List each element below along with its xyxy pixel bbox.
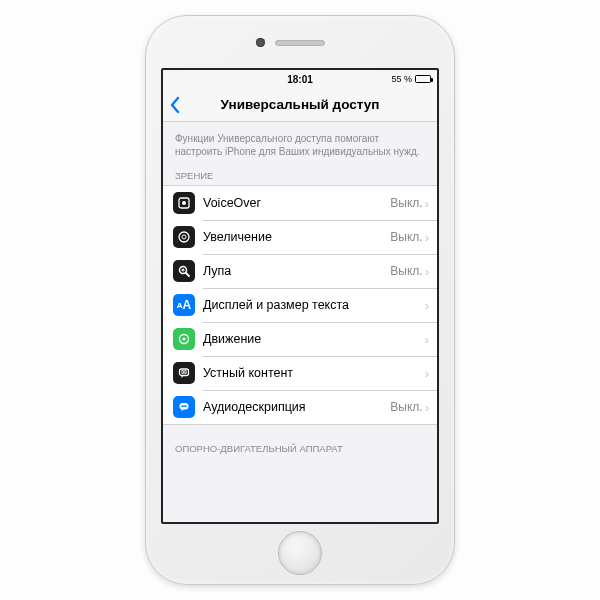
chevron-right-icon: › [425,332,429,347]
status-time: 18:01 [287,74,313,85]
section-header-vision: ЗРЕНИЕ [163,166,437,185]
status-right: 55 % [391,74,431,84]
cell-label: Устный контент [203,366,423,380]
cell-value: Выкл. [390,264,422,278]
nav-bar: Универсальный доступ [163,88,437,122]
cell-value: Выкл. [390,196,422,210]
svg-point-1 [182,201,186,205]
chevron-right-icon: › [425,230,429,245]
camera-dot [256,38,265,47]
cell-motion[interactable]: Движение › [163,322,437,356]
svg-point-9 [182,337,185,340]
chevron-left-icon [169,96,180,114]
svg-point-14 [183,405,185,407]
chevron-right-icon: › [425,400,429,415]
iphone-frame: 18:01 55 % Универсальный доступ Функции … [145,15,455,585]
chevron-right-icon: › [425,196,429,211]
cell-magnifier[interactable]: Лупа Выкл. › [163,254,437,288]
battery-percent: 55 % [391,74,412,84]
text-size-icon: AA [173,294,195,316]
cell-label: Движение [203,332,423,346]
svg-point-13 [181,405,183,407]
chevron-right-icon: › [425,298,429,313]
svg-point-15 [185,405,187,407]
home-button[interactable] [278,531,322,575]
cell-voiceover[interactable]: VoiceOver Выкл. › [163,186,437,220]
cell-display-text[interactable]: AA Дисплей и размер текста › [163,288,437,322]
section-description: Функции Универсального доступа помогают … [163,122,437,166]
cell-label: Увеличение [203,230,390,244]
section-header-motor: ОПОРНО-ДВИГАТЕЛЬНЫЙ АППАРАТ [163,439,437,458]
svg-line-5 [186,273,189,276]
magnifier-icon [173,260,195,282]
cell-label: Дисплей и размер текста [203,298,423,312]
vision-list: VoiceOver Выкл. › Увеличение Выкл. › [163,185,437,425]
chevron-right-icon: › [425,264,429,279]
chevron-right-icon: › [425,366,429,381]
motion-icon [173,328,195,350]
cell-zoom[interactable]: Увеличение Выкл. › [163,220,437,254]
cell-label: Лупа [203,264,390,278]
audio-description-icon [173,396,195,418]
status-bar: 18:01 55 % [163,70,437,88]
screen: 18:01 55 % Универсальный доступ Функции … [161,68,439,524]
svg-point-2 [179,232,189,242]
battery-icon [415,75,431,83]
cell-audio-description[interactable]: Аудиодескрипция Выкл. › [163,390,437,424]
cell-spoken-content[interactable]: 99 Устный контент › [163,356,437,390]
svg-point-3 [182,235,186,239]
zoom-icon [173,226,195,248]
spoken-content-icon: 99 [173,362,195,384]
back-button[interactable] [169,96,180,114]
svg-text:99: 99 [181,369,187,375]
cell-label: VoiceOver [203,196,390,210]
cell-value: Выкл. [390,400,422,414]
cell-value: Выкл. [390,230,422,244]
content[interactable]: Функции Универсального доступа помогают … [163,122,437,522]
speaker [275,40,325,46]
nav-title: Универсальный доступ [163,97,437,112]
cell-label: Аудиодескрипция [203,400,390,414]
voiceover-icon [173,192,195,214]
